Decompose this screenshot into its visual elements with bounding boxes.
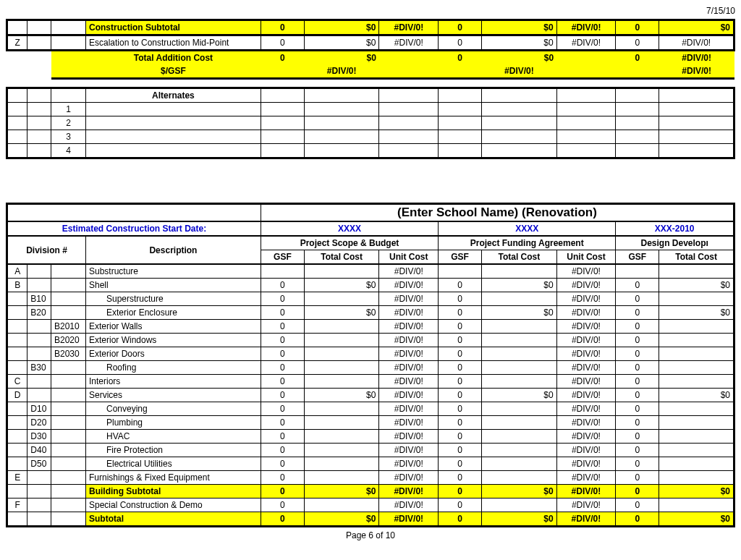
gsf-2: 0 (439, 416, 482, 430)
tc-2 (482, 375, 557, 389)
label: Total Addition Cost (85, 51, 261, 65)
label: Special Construction & Demo (85, 499, 261, 512)
uc-1: #DIV/0! (379, 334, 439, 347)
gsf-3: 0 (616, 292, 659, 306)
gsf-2: 0 (439, 361, 482, 375)
uc-1: #DIV/0! (379, 499, 439, 512)
uc-2: #DIV/0! (556, 361, 616, 375)
table-row: B2020Exterior Windows0#DIV/0!0#DIV/0!0 (7, 334, 734, 347)
gsf-1: 0 (261, 320, 304, 334)
tc-1 (304, 416, 379, 430)
tc-2 (482, 444, 557, 457)
table-row: EFurnishings & Fixed Equipment0#DIV/0!0#… (7, 471, 734, 485)
gsf-3: 0 (616, 334, 659, 347)
hdr-totalcost-3: Total Cost (659, 250, 734, 265)
div-code-3 (51, 471, 86, 485)
gsf-3: 0 (616, 375, 659, 389)
code: Z (7, 35, 27, 51)
div-code-3 (51, 416, 86, 430)
uc-1: #DIV/0! (379, 444, 439, 457)
tc-2: $0 (482, 51, 557, 65)
uc-1: #DIV/0! (379, 264, 439, 279)
uc-1: #DIV/0! (379, 279, 439, 292)
tc-3 (659, 320, 734, 334)
alt-number: 3 (51, 130, 86, 144)
tc-2: $0 (482, 512, 557, 527)
description: Electrical Utilities (85, 457, 261, 471)
gsf-1: 0 (261, 375, 304, 389)
tc-3: $0 (659, 306, 734, 320)
gsf-2 (439, 264, 482, 279)
tc-2: $0 (482, 35, 557, 51)
table-row: D50Electrical Utilities0#DIV/0!0#DIV/0!0 (7, 457, 734, 471)
gsf-1: 0 (261, 35, 304, 51)
tc-1: $0 (304, 306, 379, 320)
description: Superstructure (85, 292, 261, 306)
tc-3 (659, 444, 734, 457)
tc-1 (304, 499, 379, 512)
gsf-2: 0 (439, 499, 482, 512)
tc-2 (482, 334, 557, 347)
gsf-3: 0 (616, 320, 659, 334)
gsf-2: 0 (439, 402, 482, 416)
gsf-2: 0 (439, 389, 482, 402)
tc-3: #DIV/0! (659, 35, 734, 51)
label: $/GSF (85, 64, 261, 79)
description: Exterior Walls (85, 320, 261, 334)
uc-1: #DIV/0! (304, 64, 379, 79)
uc-2: #DIV/0! (556, 444, 616, 457)
uc-2: #DIV/0! (556, 485, 616, 499)
div-code-1 (7, 306, 27, 320)
uc-2: #DIV/0! (556, 499, 616, 512)
table-row: BShell0$0#DIV/0!0$0#DIV/0!0$0 (7, 279, 734, 292)
div-code-3 (51, 264, 86, 279)
gsf-2: 0 (439, 306, 482, 320)
div-code-2: B20 (27, 306, 51, 320)
label: Subtotal (85, 512, 261, 527)
gsf-3: 0 (616, 499, 659, 512)
gsf-3: 0 (616, 347, 659, 361)
div-code-1 (7, 320, 27, 334)
alternate-row: 4 (7, 144, 734, 158)
gsf-1: 0 (261, 402, 304, 416)
tc-2 (482, 471, 557, 485)
uc-1: #DIV/0! (379, 512, 439, 527)
row-building-subtotal: Building Subtotal 0 $0 #DIV/0! 0 $0 #DIV… (7, 485, 734, 499)
div-code-2: D30 (27, 430, 51, 444)
div-code-3 (51, 361, 86, 375)
hdr-funding: Project Funding Agreement (439, 236, 616, 250)
hdr-description: Description (85, 236, 261, 264)
gsf-1: 0 (261, 430, 304, 444)
tc-2 (482, 347, 557, 361)
phase-1: XXXX (261, 221, 438, 236)
gsf-1: 0 (261, 292, 304, 306)
tc-2 (482, 430, 557, 444)
description: Roofing (85, 361, 261, 375)
div-code-1 (7, 444, 27, 457)
tc-2: $0 (482, 306, 557, 320)
uc-1: #DIV/0! (379, 485, 439, 499)
tc-1 (304, 334, 379, 347)
gsf-2: 0 (439, 334, 482, 347)
row-per-gsf: $/GSF #DIV/0! #DIV/0! #DIV/0! (7, 64, 734, 79)
div-code-1 (7, 347, 27, 361)
hdr-totalcost-1: Total Cost (304, 250, 379, 265)
div-code-2: D10 (27, 402, 51, 416)
hdr-totalcost-2: Total Cost (482, 250, 557, 265)
alt-number: 2 (51, 116, 86, 130)
div-code-3 (51, 389, 86, 402)
table-row: B20Exterior Enclosure0$0#DIV/0!0$0#DIV/0… (7, 306, 734, 320)
uc-1: #DIV/0! (379, 20, 439, 35)
tc-3 (659, 499, 734, 512)
gsf-3: 0 (616, 512, 659, 527)
tc-3 (659, 471, 734, 485)
uc-1: #DIV/0! (379, 320, 439, 334)
gsf-3: 0 (616, 444, 659, 457)
tc-2 (482, 499, 557, 512)
gsf-1: 0 (261, 512, 304, 527)
gsf-1: 0 (261, 334, 304, 347)
label: Building Subtotal (85, 485, 261, 499)
table-row: D20Plumbing0#DIV/0!0#DIV/0!0 (7, 416, 734, 430)
div-code-3 (51, 402, 86, 416)
tc-2: $0 (482, 389, 557, 402)
